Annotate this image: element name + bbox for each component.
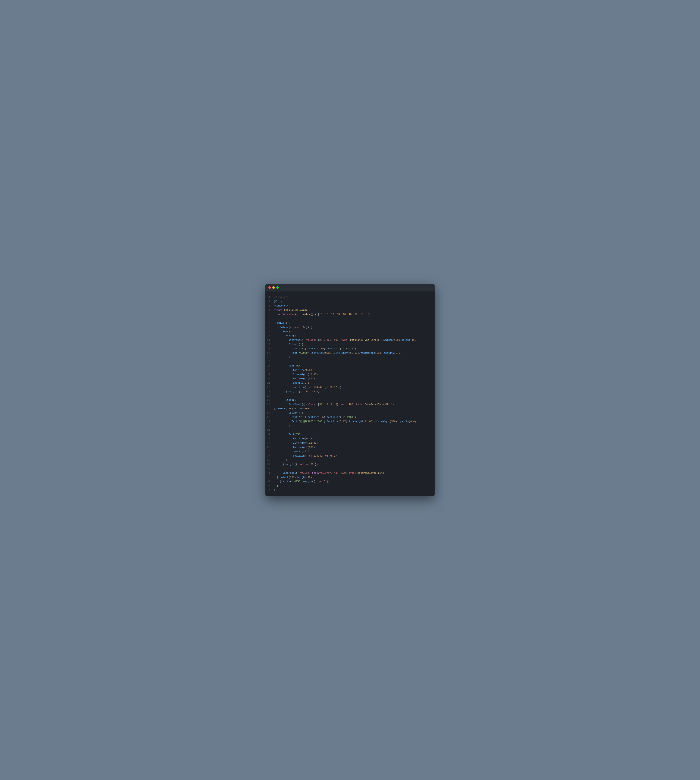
line-content: // xxx.ets [274,296,288,299]
code-line-39: 39 }.margin({ bottom: 59 }) [265,463,435,467]
line-content: DataPanel({ values: [50, 12, 8, 5], max:… [274,403,394,407]
line-content: } [274,458,287,462]
line-content: Column({ space: 5 }) { [274,326,312,329]
line-content: .lineHeight(12.83) [274,373,318,377]
line-number: 33 [265,437,274,441]
line-number: 10 [265,334,274,338]
code-line-17: 17 Text('%') [265,364,435,368]
code-line-4: 4 struct DataPanelExample { [265,308,435,312]
line-content: .lineHeight(12.83) [274,441,318,445]
line-number: 37 [265,454,274,458]
line-content: .position({ x: 104.42, y: 78.17 }) [274,386,342,389]
line-content: Text('%') [274,364,302,368]
line-number: 19 [265,373,274,377]
line-number: 30 [265,424,274,428]
line-number: 15 [265,356,274,359]
code-line-27: 27 Column() { [265,411,435,415]
code-line-36: 36 .opacity(0.6) [265,449,435,454]
code-line-7: 7 build() { [265,321,435,325]
line-number: 13 [265,347,274,351]
line-content: }.margin({ bottom: 59 }) [274,463,318,466]
code-line-2: 2 @Entry [265,299,435,304]
line-content: .position({ x: 104.42, y: 78.17 }) [274,454,342,458]
line-content: .opacity(0.6) [274,450,310,454]
line-number: 40 [265,467,274,471]
line-content: } [274,484,278,488]
line-content [274,394,275,398]
line-number: 6 [265,317,274,321]
line-number: 16 [265,360,274,364]
line-content: }.width('100%').margin({ top: 5 }) [274,480,330,484]
line-number: 14 [265,351,274,355]
code-line-34: 34 .lineHeight(12.83) [265,441,435,445]
line-content: Column() { [274,342,303,347]
line-number: 35 [265,446,274,449]
line-content [274,317,275,321]
line-number: 29 [265,420,274,424]
line-content: Text('75').fontSize(35).fontColor('#1824… [274,415,356,419]
line-content: .opacity(0.6) [274,381,310,385]
code-line-41: 41 DataPanel({ values: this.valueArr, ma… [265,471,435,475]
line-number: 32 [265,433,274,437]
code-line-23: 23 }.margin({ right: 44 }) [265,390,435,394]
line-number: 36 [265,450,274,454]
line-number: 38 [265,458,274,462]
line-number: 27 [265,411,274,415]
line-content: .fontWeight(500) [274,446,315,449]
line-content: Text('%') [274,433,302,437]
line-number: 31 [265,428,274,432]
code-editor: 1 // xxx.ets 2 @Entry 3 @Component 4 str… [265,291,435,496]
line-content: }).width(168).height(168) [274,407,310,411]
code-line-26b: }).width(168).height(168) [265,407,435,411]
code-line-16: 16 [265,359,435,364]
line-content: DataPanel({ values: this.valueArr, max: … [274,471,384,475]
line-content: }).width(300).height(10) [274,476,312,479]
line-content: @Component [274,304,288,308]
code-line-25: 25 Stack() { [265,398,435,403]
line-content: struct DataPanelExample { [274,308,310,312]
close-button[interactable] [268,286,271,289]
line-content [274,360,275,364]
code-line-6: 6 [265,317,435,321]
line-number: 18 [265,368,274,372]
code-line-18: 18 .fontSize(9.33) [265,368,435,372]
line-number: 9 [265,330,274,334]
code-line-10: 10 Stack() { [265,334,435,338]
line-number: 42 [265,480,274,484]
line-number: 26 [265,403,274,407]
line-content: .fontSize(9.33) [274,437,313,441]
line-number: 8 [265,326,274,329]
code-line-38: 38 } [265,458,435,463]
code-line-3: 3 @Component [265,304,435,308]
code-line-24: 24 [265,394,435,398]
code-line-26: 26 DataPanel({ values: [50, 12, 8, 5], m… [265,403,435,407]
code-line-9: 9 Row() { [265,330,435,334]
line-content: Stack() { [274,334,299,338]
code-line-8: 8 Column({ space: 5 }) { [265,325,435,330]
line-content: } [274,488,275,492]
line-number: 20 [265,377,274,381]
line-number: 12 [265,342,274,347]
line-number: 4 [265,308,274,312]
code-line-20: 20 .fontWeight(500) [265,377,435,381]
code-line-42: 42 }.width('100%').margin({ top: 5 }) [265,479,435,484]
minimize-button[interactable] [272,286,275,289]
line-content: Text('30').fontSize(35).fontColor('#1824… [274,347,356,351]
line-content: DataPanel({ values: [25], max: 100, type… [274,338,418,342]
line-number: 44 [265,488,274,492]
line-content: build() { [274,321,290,325]
code-line-19: 19 .lineHeight(12.83) [265,372,435,377]
code-line-14: 14 Text('1.0.0').fontSize(9.33).lineHeig… [265,351,435,356]
line-number: 39 [265,463,274,466]
line-content: Row() { [274,330,293,334]
code-line-1: 1 // xxx.ets [265,295,435,299]
code-line-30: 30 } [265,424,435,428]
line-content: } [274,424,290,428]
code-line-29: 29 Text('已使用98GB/128GB').fontSize(8.17).… [265,419,435,424]
line-content: Stack() { [274,398,299,402]
line-content: Column() { [274,411,303,415]
code-line-5: 5 public valueArr: number[] = [10, 10, 1… [265,312,435,317]
maximize-button[interactable] [276,286,279,289]
line-number: 22 [265,386,274,389]
line-content: Text('1.0.0').fontSize(9.33).lineHeight(… [274,351,402,355]
